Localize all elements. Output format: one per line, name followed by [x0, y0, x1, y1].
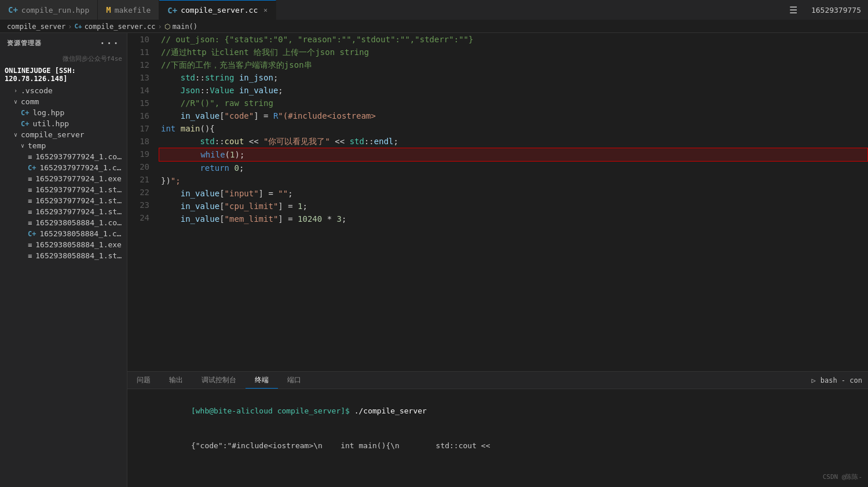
sidebar-more-icon[interactable]: ···: [100, 38, 120, 49]
terminal-command: ./compile_server: [354, 407, 427, 415]
sidebar-item-label: log.hpp: [32, 108, 64, 117]
sidebar-item-f1-compile[interactable]: ≡ 1652937977924_1.compile_...: [0, 151, 127, 162]
code-line-18: std::cout << "你可以看见我了" << std::endl;: [159, 135, 868, 148]
sidebar-item-label: 1652937977924_1.stderr: [35, 185, 122, 194]
code-editor[interactable]: 10 11 12 13 14 15 16 17 18 19 20 21 22 2…: [127, 33, 868, 371]
cpp-file-icon: C+: [28, 230, 36, 238]
sidebar-item-label: 1652938058884_1.stderr: [35, 251, 122, 260]
code-line-22: in_value["input"] = "";: [159, 187, 868, 200]
code-line-11: //通过http 让client 给我们 上传一个json string: [159, 46, 868, 58]
tab-number: 16529379775: [804, 6, 868, 14]
file-icon: ≡: [28, 219, 32, 227]
editor-area: 10 11 12 13 14 15 16 17 18 19 20 21 22 2…: [127, 33, 868, 487]
sidebar: 资源管理器 ··· 微信同步公众号f4se ONLINEJUDGE [SSH: …: [0, 33, 127, 487]
chevron-down-icon: ∨: [14, 98, 17, 105]
sidebar-item-label: 1652938058884_1.exe: [35, 240, 122, 249]
sidebar-item-label: 1652937977924_1.compile_...: [35, 152, 122, 161]
breadcrumb-part-2[interactable]: compile_server.cc: [85, 23, 156, 31]
sidebar-item-compile-server[interactable]: ∨ compile_server: [0, 129, 127, 140]
sidebar-item-label: compile_server: [21, 130, 85, 139]
breadcrumb-sep-2: ›: [158, 23, 162, 31]
sidebar-item-f2-exe[interactable]: ≡ 1652938058884_1.exe: [0, 239, 127, 250]
terminal-tabs: 问题 输出 调试控制台 终端 端口 ▷ bash - con: [127, 372, 868, 389]
terminal-tab-terminal[interactable]: 终端: [246, 372, 278, 389]
sidebar-item-label: 1652938058884_1.compile_...: [35, 218, 122, 227]
terminal-wrapper: [whb@bite-alicloud compile_server]$ ./co…: [127, 389, 868, 487]
terminal-bash-label: bash - con: [821, 376, 862, 385]
code-line-21: })";: [159, 174, 868, 187]
terminal-tab-debug[interactable]: 调试控制台: [192, 372, 246, 389]
sidebar-item-f2-stderr[interactable]: ≡ 1652938058884_1.stderr: [0, 250, 127, 261]
sidebar-item-f1-stdout[interactable]: ≡ 1652937977924_1.stdout: [0, 206, 127, 217]
sidebar-item-label: 1652937977924_1.exe: [35, 174, 122, 183]
sidebar-ssh-label[interactable]: ONLINEJUDGE [SSH: 120.78.126.148]: [0, 64, 127, 85]
cpp-icon: C+: [8, 5, 18, 14]
tab-compile-run[interactable]: C+ compile_run.hpp: [0, 0, 98, 20]
sidebar-item-label: 1652937977924_1.stdin: [35, 196, 122, 205]
code-line-17: int main(){: [159, 122, 868, 135]
chevron-down-icon: ∨: [14, 131, 17, 138]
sidebar-item-f2-compile[interactable]: ≡ 1652938058884_1.compile_...: [0, 217, 127, 228]
breadcrumb: compile_server › C+ compile_server.cc › …: [0, 20, 868, 33]
tab-bar: C+ compile_run.hpp M makefile C+ compile…: [0, 0, 868, 20]
terminal-content[interactable]: [whb@bite-alicloud compile_server]$ ./co…: [127, 389, 868, 468]
terminal-tab-problems[interactable]: 问题: [127, 372, 160, 389]
sidebar-item-label: util.hpp: [32, 119, 69, 128]
file-icon: ≡: [28, 186, 32, 194]
code-line-14: Json::Value in_value;: [159, 84, 868, 97]
make-icon: M: [106, 5, 111, 14]
breadcrumb-part-1[interactable]: compile_server: [7, 23, 65, 31]
code-content: // out_json: {"status":"0", "reason":"",…: [159, 33, 868, 371]
tab-label: makefile: [115, 6, 151, 14]
sidebar-item-f1-stdin[interactable]: ≡ 1652937977924_1.stdin: [0, 195, 127, 206]
code-line-10: // out_json: {"status":"0", "reason":"",…: [159, 33, 868, 46]
file-icon: ≡: [28, 241, 32, 249]
file-icon: ≡: [28, 153, 32, 161]
terminal-run-icon[interactable]: ▷: [812, 376, 816, 385]
terminal-line-1: [whb@bite-alicloud compile_server]$ ./co…: [137, 394, 859, 429]
sidebar-item-f1-stderr[interactable]: ≡ 1652937977924_1.stderr: [0, 184, 127, 195]
tab-menu-icon: ☰: [782, 5, 804, 16]
sidebar-item-temp[interactable]: ∨ temp: [0, 140, 127, 151]
chevron-right-icon: ›: [14, 87, 17, 94]
terminal-output: {"code":"#include<iostream>\n int main()…: [191, 441, 490, 450]
breadcrumb-icon-func: ⬡: [164, 23, 170, 31]
code-line-12: //下面的工作，充当客户端请求的json串: [159, 58, 868, 71]
terminal-line-2: {"code":"#include<iostream>\n int main()…: [137, 429, 859, 463]
sidebar-item-f2-cpp[interactable]: C+ 1652938058884_1.cpp: [0, 228, 127, 239]
file-icon: ≡: [28, 252, 32, 260]
tab-compile-server[interactable]: C+ compile_server.cc ✕: [159, 0, 276, 20]
code-line-20: return 0;: [159, 162, 868, 174]
breadcrumb-cpp-icon: C+: [74, 23, 82, 30]
breadcrumb-part-3[interactable]: main(): [173, 23, 197, 31]
tab-label-active: compile_server.cc: [181, 6, 258, 14]
line-numbers: 10 11 12 13 14 15 16 17 18 19 20 21 22 2…: [127, 33, 159, 371]
watermark-csdn: CSDN @陈陈-: [823, 473, 862, 481]
file-icon: ≡: [28, 175, 32, 183]
cpp-icon-active: C+: [167, 6, 177, 15]
sidebar-header: 资源管理器 ···: [0, 33, 127, 53]
sidebar-item-f1-exe[interactable]: ≡ 1652937977924_1.exe: [0, 173, 127, 184]
code-line-24: in_value["mem_limit"] = 10240 * 3;: [159, 213, 868, 225]
code-line-16: in_value["code"] = R"(#include<iostream>: [159, 109, 868, 122]
sidebar-item-label: 1652937977924_1.stdout: [35, 207, 122, 216]
sidebar-item-vscode[interactable]: › .vscode: [0, 85, 127, 96]
tab-makefile[interactable]: M makefile: [98, 0, 159, 20]
sidebar-item-label: comm: [21, 97, 39, 106]
sidebar-item-log[interactable]: C+ log.hpp: [0, 107, 127, 118]
sidebar-item-label: temp: [28, 141, 46, 150]
sidebar-item-comm[interactable]: ∨ comm: [0, 96, 127, 107]
watermark: 微信同步公众号f4se: [0, 53, 127, 64]
terminal-tab-ports[interactable]: 端口: [278, 372, 310, 389]
tab-close-button[interactable]: ✕: [263, 6, 268, 14]
sidebar-item-util[interactable]: C+ util.hpp: [0, 118, 127, 129]
sidebar-item-label: 1652938058884_1.cpp: [39, 229, 122, 238]
cpp-file-icon: C+: [21, 120, 29, 128]
code-line-13: std::string in_json;: [159, 71, 868, 84]
sidebar-item-f1-cpp[interactable]: C+ 1652937977924_1.cpp: [0, 162, 127, 173]
cpp-file-icon: C+: [28, 164, 36, 172]
code-line-15: //R"()", raw string: [159, 97, 868, 109]
chevron-down-icon: ∨: [21, 142, 24, 149]
terminal-tab-output[interactable]: 输出: [160, 372, 192, 389]
code-line-19: while(1);: [159, 148, 868, 162]
